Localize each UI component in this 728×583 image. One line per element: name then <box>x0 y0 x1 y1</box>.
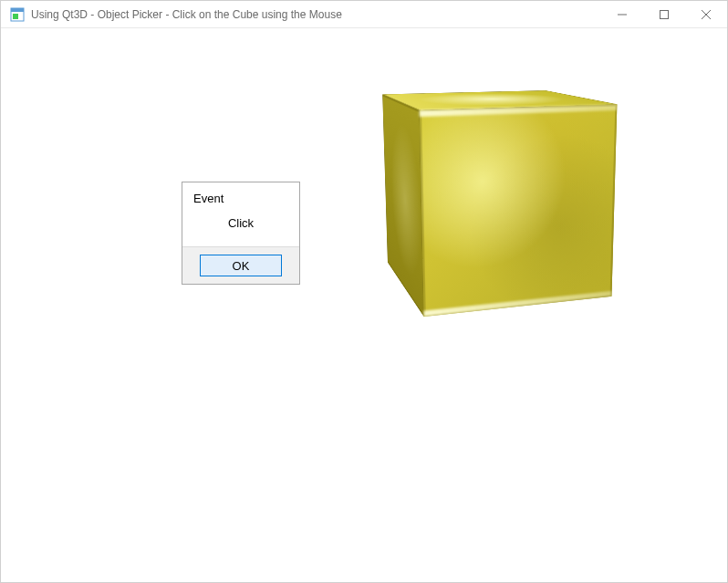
app-icon <box>10 7 25 22</box>
cube-object[interactable] <box>400 99 610 309</box>
svg-rect-4 <box>660 10 669 18</box>
viewport-3d[interactable] <box>17 45 716 564</box>
dialog-footer: OK <box>182 246 299 284</box>
window-title: Using Qt3D - Object Picker - Click on th… <box>31 8 601 21</box>
maximize-button[interactable] <box>643 1 685 27</box>
titlebar: Using Qt3D - Object Picker - Click on th… <box>1 1 727 28</box>
minimize-button[interactable] <box>601 1 643 27</box>
ok-button[interactable]: OK <box>200 255 282 276</box>
event-dialog: Event Click OK <box>182 182 300 285</box>
titlebar-controls <box>601 1 727 27</box>
dialog-message: Click <box>193 216 288 230</box>
app-window: Using Qt3D - Object Picker - Click on th… <box>0 0 728 583</box>
svg-rect-1 <box>11 8 24 12</box>
close-button[interactable] <box>685 1 727 27</box>
dialog-title: Event <box>193 192 288 205</box>
svg-rect-2 <box>13 14 18 19</box>
